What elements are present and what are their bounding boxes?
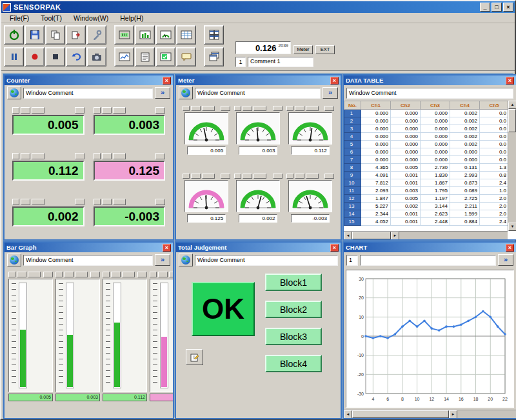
pause-button[interactable] <box>4 47 24 66</box>
panel-option-button[interactable] <box>234 106 241 111</box>
settings-button[interactable] <box>86 25 106 45</box>
scroll-down-icon[interactable]: ▼ <box>508 223 516 231</box>
total-judgement-globe-button[interactable] <box>179 254 193 266</box>
panel-option-button[interactable] <box>12 153 19 159</box>
panel-option-button[interactable] <box>137 272 147 277</box>
panel-option-button[interactable] <box>94 153 101 159</box>
counter-more-button[interactable]: » <box>155 87 170 99</box>
panel-option-button[interactable] <box>113 199 126 205</box>
block-button-3[interactable]: Block3 <box>265 328 322 345</box>
panel-option-button[interactable] <box>286 174 293 179</box>
judgement-window-button[interactable] <box>155 47 175 66</box>
panel-option-button[interactable] <box>155 153 165 159</box>
panel-option-button[interactable] <box>55 272 63 277</box>
bar-graph-more-button[interactable]: » <box>155 254 170 266</box>
bar-graph-close-icon[interactable]: × <box>163 244 171 252</box>
data-table-titlebar[interactable]: DATA TABLE × <box>344 75 516 85</box>
panel-option-button[interactable] <box>75 153 84 159</box>
panel-option-button[interactable] <box>75 199 84 205</box>
undo-button[interactable] <box>66 47 86 66</box>
menu-item-windoww[interactable]: Window(W) <box>68 14 114 22</box>
comment-field[interactable]: Comment 1 <box>248 57 313 67</box>
panel-option-button[interactable] <box>155 107 165 114</box>
total-judgement-titlebar[interactable]: Total Judgement × <box>176 243 341 252</box>
chart-titlebar[interactable]: CHART × <box>344 243 516 252</box>
panel-option-button[interactable] <box>234 174 241 179</box>
bar-graph-comment-field[interactable]: Window Comment <box>23 255 153 266</box>
panel-option-button[interactable] <box>273 174 283 179</box>
maximize-button[interactable]: □ <box>491 3 502 12</box>
total-judgement-close-icon[interactable]: × <box>330 244 339 252</box>
tile-windows-button[interactable] <box>204 25 224 45</box>
chart-index-field[interactable]: 1 <box>346 255 358 266</box>
horizontal-scroll-thumb[interactable] <box>352 232 391 239</box>
panel-option-button[interactable] <box>28 272 41 277</box>
panel-option-button[interactable] <box>43 272 53 277</box>
panel-option-button[interactable] <box>90 272 100 277</box>
panel-option-button[interactable] <box>64 272 74 277</box>
scroll-up-icon[interactable]: ▲ <box>508 101 516 109</box>
minimize-button[interactable]: _ <box>480 3 490 12</box>
panel-option-button[interactable] <box>8 272 15 277</box>
panel-option-button[interactable] <box>191 174 201 179</box>
meter-close-icon[interactable]: × <box>330 77 339 85</box>
panel-option-button[interactable] <box>324 174 334 179</box>
panel-option-button[interactable] <box>21 107 30 114</box>
menu-item-filef[interactable]: File(F) <box>4 14 35 22</box>
table-column-header[interactable]: Ch4 <box>450 101 480 110</box>
panel-option-button[interactable] <box>243 174 252 179</box>
panel-option-button[interactable] <box>191 106 201 111</box>
panel-option-button[interactable] <box>324 106 334 111</box>
panel-option-button[interactable] <box>295 174 304 179</box>
scroll-left-icon[interactable]: ◄ <box>344 410 352 418</box>
chart-scroll-thumb[interactable] <box>352 410 449 418</box>
chart-comment-field[interactable] <box>360 255 496 266</box>
titlebar[interactable]: SENSORPAK _ □ × <box>1 1 515 13</box>
ext-mode-button[interactable]: EXT <box>315 45 335 54</box>
panel-option-button[interactable] <box>158 272 168 277</box>
bargraph-window-button[interactable] <box>135 25 155 45</box>
table-column-header[interactable]: No. <box>344 101 361 110</box>
vertical-scroll-thumb[interactable] <box>508 109 516 132</box>
close-button[interactable]: × <box>503 3 513 12</box>
panel-option-button[interactable] <box>94 107 101 114</box>
table-column-header[interactable]: Ch1 <box>361 101 391 110</box>
panel-option-button[interactable] <box>122 272 135 277</box>
data-table-close-icon[interactable]: × <box>506 77 514 85</box>
panel-option-button[interactable] <box>75 272 88 277</box>
counter-globe-button[interactable] <box>7 86 21 99</box>
panel-option-button[interactable] <box>102 199 112 205</box>
panel-option-button[interactable] <box>295 106 304 111</box>
comment-index-field[interactable]: 1 <box>235 57 246 67</box>
bar-graph-globe-button[interactable] <box>7 254 21 266</box>
report-window-button[interactable] <box>135 47 155 66</box>
panel-option-button[interactable] <box>286 106 293 111</box>
panel-option-button[interactable] <box>32 107 45 114</box>
block-button-4[interactable]: Block4 <box>265 355 322 372</box>
panel-option-button[interactable] <box>202 106 215 111</box>
panel-option-button[interactable] <box>111 272 121 277</box>
total-judgement-comment-field[interactable]: Window Comment <box>195 255 338 266</box>
meter-globe-button[interactable] <box>179 86 193 99</box>
chart-more-button[interactable]: » <box>498 254 513 266</box>
panel-option-button[interactable] <box>94 199 101 205</box>
menu-item-toolt[interactable]: Tool(T) <box>35 14 68 22</box>
bar-graph-titlebar[interactable]: Bar Graph × <box>5 243 173 252</box>
panel-option-button[interactable] <box>32 199 45 205</box>
power-button[interactable] <box>4 25 24 45</box>
record-button[interactable] <box>25 47 45 66</box>
save-button[interactable] <box>25 25 45 45</box>
table-column-header[interactable]: Ch5 <box>480 101 509 110</box>
export-button[interactable] <box>66 25 86 45</box>
panel-option-button[interactable] <box>12 107 19 114</box>
block-button-2[interactable]: Block2 <box>265 301 322 318</box>
panel-option-button[interactable] <box>221 106 230 111</box>
meter-more-button[interactable]: » <box>322 87 338 99</box>
panel-option-button[interactable] <box>21 153 30 159</box>
scroll-left-icon[interactable]: ◄ <box>344 232 352 239</box>
table-column-header[interactable]: Ch3 <box>421 101 450 110</box>
panel-option-button[interactable] <box>75 107 84 114</box>
panel-option-button[interactable] <box>103 272 110 277</box>
copy-button[interactable] <box>45 25 65 45</box>
panel-option-button[interactable] <box>169 272 173 277</box>
